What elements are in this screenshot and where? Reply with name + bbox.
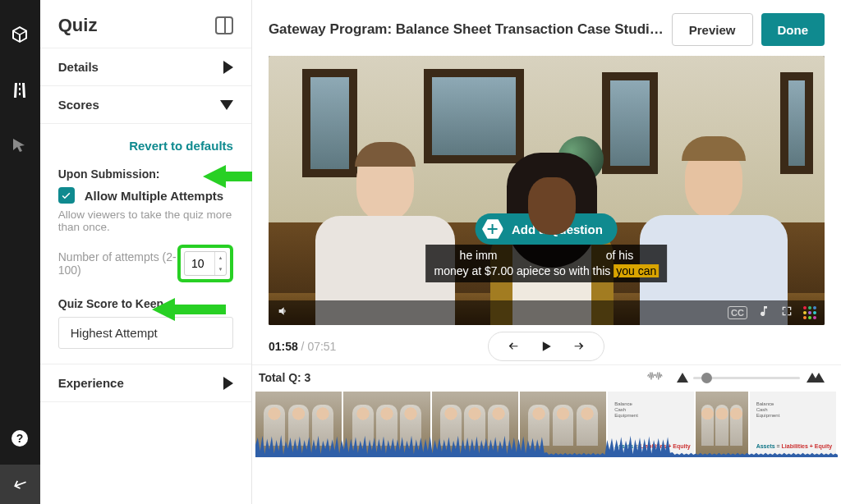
waveform: [255, 433, 838, 457]
preview-button[interactable]: Preview: [672, 13, 753, 46]
zoom-thumb[interactable]: [701, 373, 712, 383]
panel-layout-icon[interactable]: [215, 16, 233, 34]
fullscreen-icon[interactable]: [780, 305, 793, 321]
section-experience[interactable]: Experience: [40, 364, 251, 402]
time-total: 07:51: [307, 340, 336, 353]
caption-highlight: you can: [614, 264, 659, 277]
timeline-header: Total Q: 3: [252, 364, 841, 388]
caption-text: money at $7.00 apiece so with this: [434, 264, 611, 277]
attempts-down[interactable]: ▼: [215, 263, 226, 275]
music-icon[interactable]: [757, 305, 770, 321]
chevron-right-icon: [223, 377, 233, 390]
scores-body: Revert to defaults Upon Submission: Allo…: [40, 124, 251, 364]
nav-rail: ?: [0, 0, 40, 504]
apps-icon[interactable]: [803, 306, 816, 319]
zoom-out-icon[interactable]: [677, 373, 688, 383]
attempts-highlight: ▲ ▼: [177, 245, 233, 282]
panel-title: Quiz: [58, 15, 98, 36]
time-sep: /: [298, 340, 308, 353]
chevron-right-icon: [223, 61, 233, 74]
section-scores-label: Scores: [58, 98, 99, 112]
svg-marker-3: [152, 298, 226, 321]
caption-text: he imm: [460, 249, 498, 262]
prev-button[interactable]: [497, 332, 530, 360]
time-display: 01:58 / 07:51: [269, 340, 337, 353]
play-button[interactable]: [530, 332, 563, 360]
done-button[interactable]: Done: [761, 13, 825, 46]
volume-icon[interactable]: [277, 305, 290, 321]
attempts-label: Number of attempts (2-100): [58, 250, 177, 277]
video-frame: [269, 56, 825, 325]
caption-text: of his: [603, 249, 633, 262]
help-icon[interactable]: ?: [8, 427, 31, 450]
waveform-toggle-icon[interactable]: [647, 370, 665, 385]
section-details[interactable]: Details: [40, 48, 251, 86]
section-experience-label: Experience: [58, 376, 124, 390]
zoom-in-icon[interactable]: [813, 373, 825, 383]
transport-controls: [488, 332, 604, 361]
revert-defaults-link[interactable]: Revert to defaults: [58, 139, 233, 153]
chevron-down-icon: [220, 100, 233, 110]
section-details-label: Details: [58, 60, 99, 74]
zoom-control: [677, 373, 825, 383]
cube-icon[interactable]: [8, 23, 31, 46]
settings-panel: Quiz Details Scores Revert to defaults U…: [40, 0, 252, 504]
section-scores[interactable]: Scores: [40, 86, 251, 124]
zoom-slider[interactable]: [693, 377, 800, 379]
document-title: Gateway Program: Balance Sheet Transacti…: [269, 21, 664, 38]
time-current: 01:58: [269, 340, 298, 353]
score-keep-value: Highest Attempt: [71, 326, 158, 340]
svg-text:?: ?: [16, 432, 24, 445]
plus-icon: [482, 218, 503, 240]
main-area: Gateway Program: Balance Sheet Transacti…: [252, 0, 841, 504]
attempts-input[interactable]: [185, 257, 214, 270]
video-controls: CC: [269, 300, 825, 325]
allow-multiple-checkbox[interactable]: [58, 187, 75, 204]
caption-overlay: he imm of his money at $7.00 apiece so w…: [426, 245, 668, 282]
cc-icon[interactable]: CC: [728, 306, 747, 319]
next-button[interactable]: [563, 332, 595, 360]
timeline-track[interactable]: 01:58.16 BalanceCashEquipment Assets = L…: [255, 392, 838, 457]
allow-multiple-help: Allow viewers to take the quiz more than…: [58, 208, 233, 233]
total-questions-label: Total Q: 3: [255, 371, 311, 384]
road-icon[interactable]: [8, 79, 31, 102]
cursor-icon[interactable]: [8, 135, 31, 158]
back-button[interactable]: [0, 465, 40, 504]
annotation-arrow-2: [152, 295, 226, 327]
video-player[interactable]: Add a Question he imm of his money at $7…: [269, 56, 825, 325]
attempts-up[interactable]: ▲: [215, 252, 226, 263]
